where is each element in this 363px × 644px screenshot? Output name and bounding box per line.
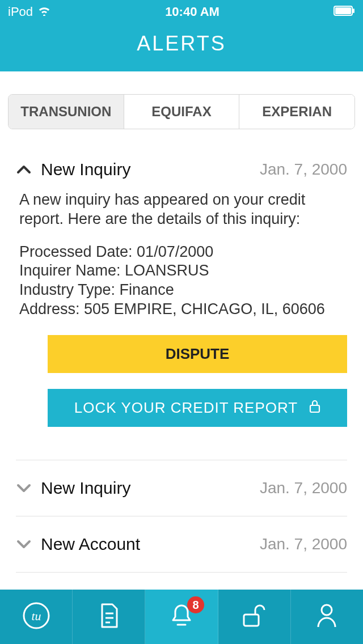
alert-toggle[interactable]: New Account Jan. 7, 2000 xyxy=(16,516,347,572)
alert-field: Processed Date: 01/07/2000 xyxy=(19,243,347,262)
alert-description: A new inquiry has appeared on your credi… xyxy=(19,190,347,229)
svg-rect-3 xyxy=(310,405,319,412)
alert-item: New Inquiry Jan. 7, 2000 A new inquiry h… xyxy=(16,129,347,460)
alert-toggle[interactable]: New Inquiry Jan. 7, 2000 xyxy=(16,460,347,516)
alert-title: New Inquiry xyxy=(41,478,130,498)
chevron-up-icon xyxy=(16,164,35,175)
alert-title: New Account xyxy=(41,535,140,554)
device-label: iPod xyxy=(8,5,33,19)
alert-field: Inquirer Name: LOANSRUS xyxy=(19,261,347,281)
svg-text:tu: tu xyxy=(31,609,41,623)
bottom-nav: tu 8 xyxy=(0,590,363,644)
lock-icon xyxy=(309,399,320,417)
document-icon xyxy=(98,602,120,632)
alert-item: New Account Jan. 7, 2000 xyxy=(16,516,347,573)
alert-date: Jan. 7, 2000 xyxy=(260,160,347,179)
svg-point-11 xyxy=(322,605,332,615)
app-header: iPod 10:40 AM ALERTS xyxy=(0,0,363,71)
svg-rect-1 xyxy=(335,7,351,14)
unlock-icon xyxy=(240,603,268,630)
dispute-button[interactable]: DISPUTE xyxy=(48,335,347,373)
svg-rect-10 xyxy=(244,615,259,626)
person-icon xyxy=(315,602,338,632)
tab-experian[interactable]: EXPERIAN xyxy=(239,95,354,129)
alert-date: Jan. 7, 2000 xyxy=(260,479,347,497)
chevron-down-icon xyxy=(16,539,35,549)
alerts-list: New Inquiry Jan. 7, 2000 A new inquiry h… xyxy=(0,129,363,573)
nav-report[interactable] xyxy=(73,590,145,644)
alert-item: New Inquiry Jan. 7, 2000 xyxy=(16,460,347,516)
nav-home[interactable]: tu xyxy=(0,590,73,644)
lock-button-label: LOCK YOUR CREDIT REPORT xyxy=(74,399,298,417)
battery-icon xyxy=(334,5,355,19)
wifi-icon xyxy=(37,5,51,19)
nav-profile[interactable] xyxy=(291,590,363,644)
alert-title: New Inquiry xyxy=(41,160,130,179)
svg-rect-2 xyxy=(353,9,354,13)
chevron-down-icon xyxy=(16,483,35,493)
alert-toggle[interactable]: New Inquiry Jan. 7, 2000 xyxy=(16,129,347,190)
lock-report-button[interactable]: LOCK YOUR CREDIT REPORT xyxy=(48,389,347,427)
alerts-badge: 8 xyxy=(187,596,204,613)
tab-transunion[interactable]: TRANSUNION xyxy=(9,95,124,129)
tab-equifax[interactable]: EQUIFAX xyxy=(124,95,239,129)
clock: 10:40 AM xyxy=(165,5,220,19)
bureau-tabs: TRANSUNION EQUIFAX EXPERIAN xyxy=(8,94,355,129)
alert-details: A new inquiry has appeared on your credi… xyxy=(16,190,347,460)
alert-date: Jan. 7, 2000 xyxy=(260,535,347,553)
alert-field: Address: 505 EMPIRE, CHICAGO, IL, 60606 xyxy=(19,300,347,319)
alert-field: Industry Type: Finance xyxy=(19,281,347,300)
status-bar: iPod 10:40 AM xyxy=(0,0,363,22)
nav-lock[interactable] xyxy=(218,590,291,644)
page-title: ALERTS xyxy=(0,22,363,71)
nav-alerts[interactable]: 8 xyxy=(145,590,218,644)
tu-logo-icon: tu xyxy=(22,601,50,632)
